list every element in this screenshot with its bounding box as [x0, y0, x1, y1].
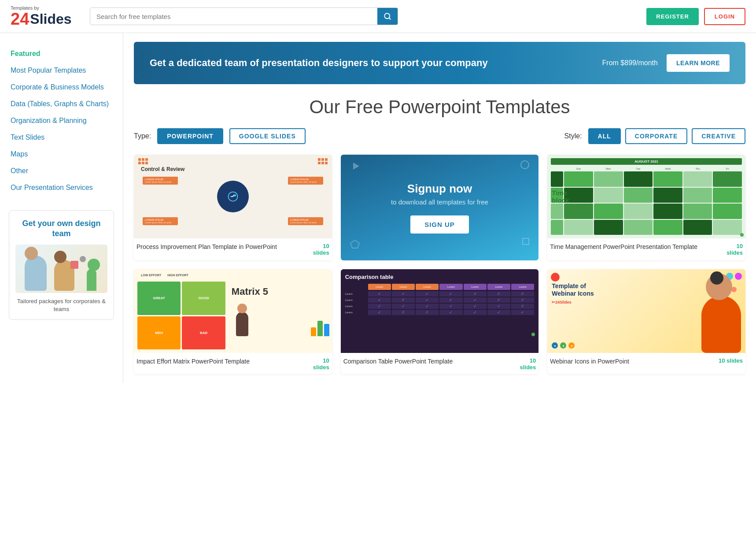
- template-thumb-impact-effort: GREAT GOOD MEH BAD LOW EFFORT HIGH EFFOR…: [134, 269, 332, 353]
- matrix-right-side: Matrix 5: [229, 269, 332, 353]
- template-slides-impact-effort: 10slides: [313, 357, 329, 371]
- sidebar-item-text-slides[interactable]: Text Slides: [9, 129, 114, 146]
- template-card-control-review[interactable]: Control & Review LOREM IPSUMLorem ipsum …: [134, 155, 332, 260]
- matrix-grid: GREAT GOOD MEH BAD: [134, 269, 229, 353]
- banner-learn-more-button[interactable]: LEARN MORE: [667, 54, 730, 72]
- time-dot: [740, 233, 744, 237]
- label-tl: LOREM IPSUMLorem ipsum dolor sit amet: [143, 177, 178, 185]
- illustration-shape-gear: [80, 256, 86, 262]
- signup-card-title: Signup now: [407, 182, 472, 196]
- svg-rect-5: [523, 238, 529, 245]
- template-slides-webinar: 10 slides: [719, 357, 743, 364]
- template-card-impact-effort[interactable]: GREAT GOOD MEH BAD LOW EFFORT HIGH EFFOR…: [134, 269, 332, 374]
- style-filter-label: Style:: [564, 132, 582, 140]
- sidebar: Featured Most Popular Templates Corporat…: [0, 33, 123, 383]
- illustration-person1: [25, 256, 47, 291]
- template-card-webinar[interactable]: Template ofWebinar Icons ✂24Slides ● ● ●: [547, 269, 745, 374]
- search-bar: [90, 7, 398, 25]
- page-title: Our Free Powerpoint Templates: [134, 96, 745, 118]
- sidebar-item-organization[interactable]: Organization & Planning: [9, 112, 114, 129]
- webinar-bottom-dots: ● ● ●: [552, 342, 575, 349]
- logo: Templates by 24 Slides: [11, 5, 81, 27]
- search-input[interactable]: [90, 8, 377, 25]
- illustration-head1: [25, 247, 38, 260]
- template-grid: Control & Review LOREM IPSUMLorem ipsum …: [134, 155, 745, 374]
- logo-main[interactable]: 24 Slides: [11, 11, 81, 27]
- time-block-label: Timeblock: [552, 189, 569, 204]
- time-day-labels: Sun Mon Tue Wed Thu Fri: [551, 167, 742, 170]
- sidebar-item-most-popular[interactable]: Most Popular Templates: [9, 62, 114, 79]
- comparison-dot: [531, 333, 535, 336]
- template-thumb-control-review: Control & Review LOREM IPSUMLorem ipsum …: [134, 155, 332, 238]
- template-card-comparison[interactable]: Comparison table Lorem Lorem Lorem Lorem…: [341, 269, 539, 374]
- matrix-header-labels: LOW EFFORT HIGH EFFORT: [137, 274, 188, 277]
- filter-powerpoint-button[interactable]: POWERPOINT: [157, 128, 223, 144]
- signup-button[interactable]: SIGN UP: [410, 215, 469, 234]
- sidebar-item-featured[interactable]: Featured: [9, 45, 114, 62]
- control-dots-right: [318, 158, 328, 164]
- type-filter-label: Type:: [134, 132, 151, 140]
- template-name-impact-effort: Impact Effort Matrix PowerPoint Template: [136, 357, 310, 366]
- label-bl: LOREM IPSUMLorem ipsum dolor sit amet: [143, 217, 178, 225]
- style-all-button[interactable]: ALL: [588, 128, 621, 144]
- template-name-webinar: Webinar Icons in PowerPoint: [550, 357, 715, 366]
- page-body: Featured Most Popular Templates Corporat…: [0, 33, 756, 383]
- template-thumb-comparison: Comparison table Lorem Lorem Lorem Lorem…: [341, 269, 539, 353]
- template-info-control-review: Process Improvement Plan Template in Pow…: [134, 238, 332, 260]
- signup-card[interactable]: Signup now to download all templates for…: [341, 155, 539, 260]
- register-button[interactable]: REGISTER: [646, 8, 698, 25]
- comparison-title-label: Comparison table: [345, 274, 535, 280]
- illustration-plant: [87, 269, 96, 291]
- template-name-comparison: Comparison Table PowerPoint Template: [343, 357, 516, 366]
- label-br: LOREM IPSUMLorem ipsum dolor sit amet: [288, 217, 323, 225]
- webinar-title-area: Template ofWebinar Icons ✂24Slides: [552, 282, 594, 304]
- sidebar-item-corporate[interactable]: Corporate & Business Models: [9, 79, 114, 96]
- promo-banner[interactable]: Get a dedicated team of presentation des…: [134, 42, 745, 84]
- filter-bar: Type: POWERPOINT GOOGLE SLIDES Style: AL…: [134, 128, 745, 144]
- illustration-plant-top: [88, 259, 100, 271]
- svg-marker-2: [353, 163, 359, 170]
- style-corporate-button[interactable]: CORPORATE: [625, 128, 687, 144]
- style-buttons: ALL CORPORATE CREATIVE: [588, 128, 745, 144]
- template-slides-time-management: 10slides: [726, 243, 743, 256]
- svg-point-3: [521, 161, 529, 169]
- template-card-time-management[interactable]: AUGUST 2021 Sun Mon Tue Wed Thu Fri: [547, 155, 745, 260]
- label-tr: LOREM IPSUMLorem ipsum dolor sit amet: [288, 177, 323, 185]
- template-name-control-review: Process Improvement Plan Template in Pow…: [136, 243, 310, 251]
- sidebar-promo-title: Get your own design team: [15, 219, 107, 239]
- signup-card-subtitle: to download all templates for free: [391, 198, 488, 206]
- control-dots: [138, 158, 148, 164]
- comparison-data-rows: Lorem ✓ ✓ ✓ ✓ ✗ ✗ ✗ Lorem: [345, 291, 535, 349]
- illustration-head2: [54, 251, 66, 263]
- sidebar-nav: Featured Most Popular Templates Corporat…: [9, 45, 114, 196]
- signup-shape-circle: [520, 160, 530, 171]
- banner-text: Get a dedicated team of presentation des…: [150, 56, 594, 70]
- template-info-time-management: Time Management PowerPoint Presentation …: [547, 238, 745, 260]
- template-info-impact-effort: Impact Effort Matrix PowerPoint Template…: [134, 353, 332, 374]
- sidebar-item-maps[interactable]: Maps: [9, 146, 114, 163]
- sidebar-promo-image: [15, 245, 107, 293]
- search-button[interactable]: [377, 8, 398, 25]
- control-center-icon: [217, 181, 249, 212]
- logo-24: 24: [11, 11, 29, 27]
- template-slides-control-review: 10slides: [313, 243, 329, 256]
- control-title-label: Control & Review: [141, 166, 184, 172]
- header: Templates by 24 Slides REGISTER LOGIN: [0, 0, 756, 33]
- sidebar-item-data[interactable]: Data (Tables, Graphs & Charts): [9, 96, 114, 112]
- illustration-shape-red: [70, 261, 78, 269]
- login-button[interactable]: LOGIN: [704, 8, 745, 25]
- svg-marker-4: [350, 240, 359, 248]
- banner-price: From $899/month: [602, 59, 658, 67]
- sidebar-promo: Get your own design team Tailored packag…: [9, 210, 114, 320]
- signup-shape-pentagon: [350, 239, 360, 252]
- comparison-header-row: Lorem Lorem Lorem Lorem Lorem Lorem Lore…: [345, 284, 535, 290]
- style-creative-button[interactable]: CREATIVE: [692, 128, 745, 144]
- template-thumb-time-management: AUGUST 2021 Sun Mon Tue Wed Thu Fri: [547, 155, 745, 238]
- time-header-label: AUGUST 2021: [551, 158, 742, 165]
- sidebar-item-services[interactable]: Our Presentation Services: [9, 179, 114, 196]
- matrix-title-text: Matrix 5: [232, 286, 329, 297]
- sidebar-item-other[interactable]: Other: [9, 163, 114, 179]
- webinar-top-left-dot: [551, 273, 560, 282]
- matrix-figure: [232, 301, 329, 336]
- filter-google-slides-button[interactable]: GOOGLE SLIDES: [229, 128, 306, 144]
